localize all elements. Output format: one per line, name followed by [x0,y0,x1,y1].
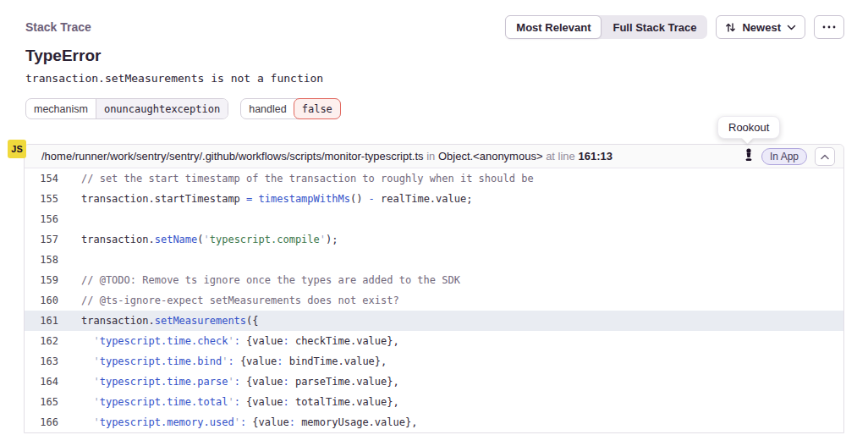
code-line-164: 164 'typescript.time.parse': {value: par… [25,372,843,392]
code-text: 'typescript.memory.used': {value: memory… [81,412,417,432]
line-number: 158 [25,250,58,270]
view-toggle: Most Relevant Full Stack Trace [505,15,707,39]
tag-mechanism: mechanismonuncaughtexception [25,98,228,119]
line-number: 155 [25,189,58,209]
frame-header[interactable]: /home/runner/work/sentry/sentry/.github/… [25,145,843,168]
sort-newest-button[interactable]: Newest [716,15,805,39]
tag-key: handled [241,99,294,118]
code-line-155: 155transaction.startTimestamp = timestam… [25,189,843,209]
code-line-158: 158 [25,250,843,270]
line-number: 159 [25,270,58,290]
code-line-156: 156 [25,209,843,229]
line-number: 162 [25,331,58,351]
tag-handled: handledfalse [240,98,341,119]
sort-label: Newest [742,21,781,34]
frame-filename: /home/runner/work/sentry/sentry/.github/… [41,150,424,162]
chevron-down-icon [787,25,796,30]
error-type-title: TypeError [25,47,101,65]
code-line-157: 157transaction.setName('typescript.compi… [25,229,843,250]
line-number: 165 [25,392,58,412]
code-text: transaction.setMeasurements({ [81,311,259,331]
tooltip-arrow [742,133,753,144]
source-code-context: 154// set the start timestamp of the tra… [25,168,843,432]
code-text: transaction.setName('typescript.compile'… [81,229,338,250]
line-number: 154 [25,168,58,189]
code-line-163: 163 'typescript.time.bind': {value: bind… [25,351,843,372]
in-app-badge: In App [761,148,807,165]
line-number: 160 [25,290,58,311]
chevron-up-icon [821,150,829,162]
arrows-up-down-icon [725,22,736,33]
code-text: 'typescript.time.check': {value: checkTi… [81,331,399,351]
frame-actions: In App [744,147,835,166]
error-message: transaction.setMeasurements is not a fun… [25,72,323,85]
stack-trace-toolbar: Stack Trace Most Relevant Full Stack Tra… [25,15,844,39]
toolbar-controls: Most Relevant Full Stack Trace Newest [505,15,844,39]
collapse-frame-button[interactable] [815,147,835,166]
stack-frame: JS /home/runner/work/sentry/sentry/.gith… [24,144,844,433]
line-number: 166 [25,412,58,432]
line-number: 161 [25,311,58,331]
rookout-tooltip: Rookout [717,116,780,139]
line-number: 164 [25,372,58,392]
code-text: 'typescript.time.parse': {value: parseTi… [81,372,399,392]
code-text: // set the start timestamp of the transa… [81,168,534,189]
rookout-tooltip-label: Rookout [728,121,769,134]
code-text: 'typescript.time.bind': {value: bindTime… [81,351,387,372]
most-relevant-toggle[interactable]: Most Relevant [505,15,602,39]
code-text: 'typescript.time.total': {value: totalTi… [81,392,399,412]
ellipsis-icon [822,25,836,29]
tag-key: mechanism [26,99,96,118]
frame-path: /home/runner/work/sentry/sentry/.github/… [41,150,613,162]
line-number: 156 [25,209,58,229]
more-options-button[interactable] [814,15,844,39]
code-line-165: 165 'typescript.time.total': {value: tot… [25,392,843,412]
frame-at-word: at line [546,150,575,162]
code-text: // @ts-ignore-expect setMeasurements doe… [81,290,399,311]
code-line-154: 154// set the start timestamp of the tra… [25,168,843,189]
line-number: 157 [25,229,58,250]
full-stack-trace-toggle[interactable]: Full Stack Trace [602,15,707,39]
error-tags: mechanismonuncaughtexceptionhandledfalse [25,98,341,119]
frame-line-number: 161:13 [578,150,612,162]
code-line-161: 161transaction.setMeasurements({ [25,311,843,331]
javascript-platform-icon: JS [8,140,26,158]
frame-in-word: in [426,150,435,162]
frame-function: Object.<anonymous> [438,150,543,162]
rookout-icon[interactable] [744,148,754,165]
code-text: // @TODO: Remove ts ignore once the type… [81,270,460,290]
tag-value: onuncaughtexception [96,99,228,118]
code-text: transaction.startTimestamp = timestampWi… [81,189,472,209]
code-line-166: 166 'typescript.memory.used': {value: me… [25,412,843,432]
section-title: Stack Trace [25,20,91,34]
code-line-162: 162 'typescript.time.check': {value: che… [25,331,843,351]
code-line-160: 160// @ts-ignore-expect setMeasurements … [25,290,843,311]
tag-value: false [294,98,341,119]
line-number: 163 [25,351,58,372]
code-line-159: 159// @TODO: Remove ts ignore once the t… [25,270,843,290]
